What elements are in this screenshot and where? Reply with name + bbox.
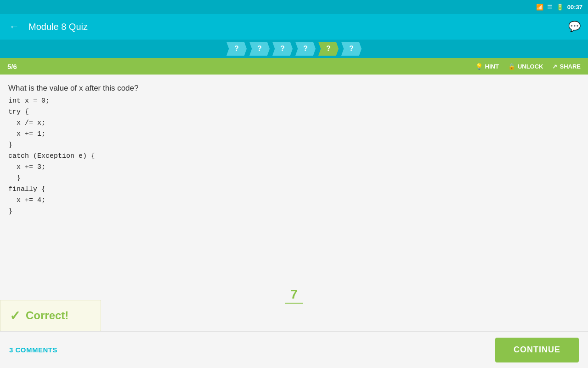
progress-step-3[interactable]: ? [272,42,293,56]
lock-icon: 🔒 [508,63,515,70]
app-title: Module 8 Quiz [28,22,561,32]
correct-banner: ✓ Correct! [0,300,101,331]
bottom-bar: 3 COMMENTS CONTINUE [0,331,588,368]
answer-area: 7 [285,287,303,304]
correct-text: Correct! [26,309,68,322]
comments-count: 3 [9,346,13,354]
signal-icon: ☰ [547,4,553,11]
share-icon: ↗ [552,63,557,70]
progress-step-2[interactable]: ? [249,42,270,56]
question-bar: 5/6 💡 HINT 🔒 UNLOCK ↗ SHARE [0,58,588,75]
back-button[interactable]: ← [7,19,21,34]
progress-step-1[interactable]: ? [226,42,247,56]
chat-icon[interactable]: 💬 [568,21,581,33]
continue-button[interactable]: CONTINUE [495,338,579,362]
comments-button[interactable]: 3 COMMENTS [9,346,57,354]
progress-step-5[interactable]: ? [318,42,339,56]
lightbulb-icon: 💡 [475,63,483,70]
app-bar: ← Module 8 Quiz 💬 [0,14,588,40]
progress-step-4[interactable]: ? [295,42,316,56]
code-block: int x = 0; try { x /= x; x += 1; } catch… [8,96,580,217]
main-content: What is the value of x after this code? … [0,75,588,331]
toolbar-actions: 💡 HINT 🔒 UNLOCK ↗ SHARE [475,63,581,70]
battery-icon: 🔋 [556,4,564,11]
progress-steps: ? ? ? ? ? ? [0,40,588,58]
status-bar: 📶 ☰ 🔋 00:37 [0,0,588,14]
progress-step-6[interactable]: ? [341,42,362,56]
hint-button[interactable]: 💡 HINT [475,63,499,70]
share-button[interactable]: ↗ SHARE [552,63,581,70]
answer-value: 7 [285,287,303,304]
check-icon: ✓ [10,308,20,323]
comments-label: COMMENTS [16,346,58,354]
wifi-icon: 📶 [536,4,543,11]
question-count: 5/6 [7,63,17,70]
status-time: 00:37 [567,4,582,11]
unlock-button[interactable]: 🔒 UNLOCK [508,63,543,70]
question-text: What is the value of x after this code? [8,84,580,93]
